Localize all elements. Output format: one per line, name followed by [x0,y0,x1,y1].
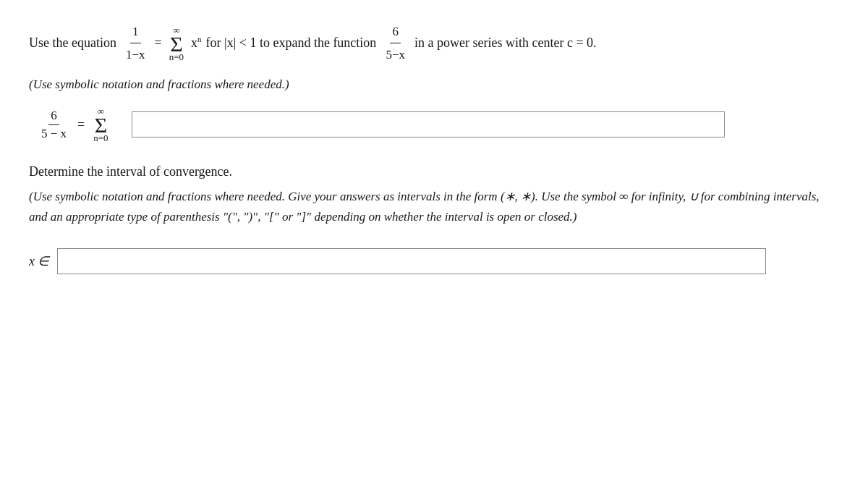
lhs-fraction: 1 1−x [124,22,148,64]
hint-text-1: (Use symbolic notation and fractions whe… [29,77,839,92]
sigma-sub: n=0 [169,52,184,62]
header-sigma: ∞ Σ n=0 [169,25,184,62]
rhs-frac-numerator: 6 [390,22,401,43]
sigma-term: xn [191,33,202,54]
first-equals: = [155,33,162,54]
answer-row: 6 5 − x = ∞ Σ n=0 [36,106,839,143]
answer-lhs: 6 5 − x = ∞ Σ n=0 [36,106,123,143]
sigma-exponent: n [197,35,202,43]
lhs-frac-denominator: 1−x [124,43,148,64]
rhs-frac-denominator: 5−x [383,43,407,64]
rhs-fraction: 6 5−x [383,22,407,64]
condition-text: for |x| < 1 to expand the function [206,33,377,54]
answer-frac-den: 5 − x [39,125,69,141]
answer-sigma-sub: n=0 [93,133,108,143]
answer-sigma: ∞ Σ n=0 [93,106,108,143]
answer-lhs-fraction: 6 5 − x [39,109,69,141]
convergence-instruction: (Use symbolic notation and fractions whe… [29,187,839,226]
intro-text: Use the equation [29,33,116,54]
lhs-frac-numerator: 1 [130,22,141,43]
answer-equals: = [77,117,85,132]
x-member-label: x ∈ [29,253,50,269]
answer-frac-num: 6 [48,109,59,125]
convergence-title: Determine the interval of convergence. [29,164,839,179]
x-member-row: x ∈ [29,248,839,274]
tail-text: in a power series with center c = 0. [414,33,597,54]
series-answer-input[interactable] [132,111,725,137]
interval-answer-input[interactable] [57,248,766,274]
